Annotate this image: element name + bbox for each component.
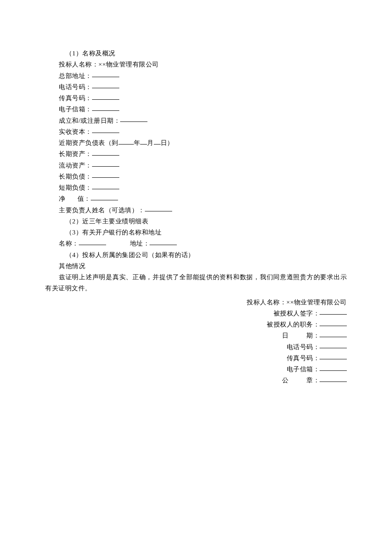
blank-input: [92, 126, 119, 133]
label-year: 年: [134, 137, 141, 148]
signature-block: 投标人名称：××物业管理有限公司 被授权人签字： 被授权人的职务： 日期： 电话…: [45, 297, 347, 386]
label: 成立和/或注册日期：: [59, 115, 120, 126]
sig-phone: 电话号码：: [45, 341, 347, 353]
blank-input: [320, 308, 347, 315]
label-a: 公: [282, 375, 289, 386]
bank-name-label: 名称：: [59, 238, 79, 249]
label: 被授权人签字：: [274, 308, 320, 319]
label: 传真号码：: [287, 353, 320, 364]
spacer: [288, 375, 306, 386]
blank-input: [320, 375, 347, 382]
field-long-term-liabilities: 长期负债：: [45, 171, 347, 182]
sig-authorized-title: 被授权人的职务：: [45, 319, 347, 330]
field-fax: 传真号码：: [45, 92, 347, 104]
label: 短期负债：: [59, 182, 92, 193]
field-phone: 电话号码：: [45, 81, 347, 92]
label: 传真号码：: [59, 92, 92, 104]
bank-addr-label: 地址：: [130, 238, 150, 249]
field-current-assets: 流动资产：: [45, 160, 347, 171]
field-short-term-liabilities: 短期负债：: [45, 182, 347, 193]
blank-input: [320, 330, 347, 337]
blank-input: [92, 70, 119, 78]
blank-day: [154, 137, 161, 145]
blank-input: [320, 353, 347, 360]
label: 电子信箱：: [287, 364, 320, 375]
spacer: [106, 238, 130, 249]
label: 总部地址：: [59, 70, 92, 81]
label: 主要负责人姓名（可选填）：: [59, 205, 145, 216]
field-bidder-name: 投标人名称：××物业管理有限公司: [45, 59, 347, 70]
blank-input: [92, 148, 119, 156]
label: 电话号码：: [287, 341, 320, 353]
text: 兹证明上述声明是真实、正确，并提供了全部能提供的资料和数据，我们同意遵照贵方的要…: [45, 274, 347, 292]
section-2-title: （2）近三年主要业绩明细表: [45, 216, 347, 227]
blank-input: [320, 364, 347, 371]
field-paid-capital: 实收资本：: [45, 126, 347, 137]
label-pre: 近期资产负债表（到: [59, 137, 118, 148]
label: 长期资产：: [59, 148, 92, 159]
blank-input: [92, 160, 119, 167]
sig-fax: 传真号码：: [45, 353, 347, 364]
field-balance-sheet: 近期资产负债表（到年月日）: [45, 137, 347, 148]
document-body: （1）名称及概况 投标人名称：××物业管理有限公司 总部地址： 电话号码： 传真…: [45, 48, 347, 386]
blank-input: [92, 104, 119, 111]
blank-input: [92, 171, 119, 178]
text: （4）投标人所属的集团公司（如果有的话）: [66, 249, 195, 260]
label-b: 章：: [306, 375, 320, 386]
blank-input: [120, 115, 147, 122]
spacer: [66, 193, 78, 204]
section-3-title: （3）有关开户银行的名称和地址: [45, 227, 347, 238]
sig-date: 日期：: [45, 330, 347, 341]
blank-input: [91, 193, 118, 200]
field-email: 电子信箱：: [45, 104, 347, 115]
text: （2）近三年主要业绩明细表: [66, 216, 148, 227]
sig-bidder-name: 投标人名称：××物业管理有限公司: [45, 297, 347, 308]
value: ××物业管理有限公司: [98, 59, 159, 70]
sig-authorized-sign: 被授权人签字：: [45, 308, 347, 319]
sig-seal: 公章：: [45, 375, 347, 386]
label-b: 期：: [306, 330, 320, 341]
other-info-label: 其他情况: [45, 260, 347, 272]
sig-email: 电子信箱：: [45, 364, 347, 375]
blank-month: [140, 137, 147, 145]
blank-input: [320, 319, 347, 326]
blank-input: [145, 205, 172, 212]
label: 长期负债：: [59, 171, 92, 182]
label-month: 月: [147, 137, 154, 148]
label-b: 值：: [78, 193, 91, 204]
field-net-value: 净值：: [45, 193, 347, 204]
label: 电子信箱：: [59, 104, 92, 115]
label: 流动资产：: [59, 160, 92, 171]
blank-input: [92, 92, 119, 100]
label: 投标人名称：: [247, 297, 286, 308]
section-4-title: （4）投标人所属的集团公司（如果有的话）: [45, 249, 347, 260]
field-registration-date: 成立和/或注册日期：: [45, 115, 347, 126]
certification-statement: 兹证明上述声明是真实、正确，并提供了全部能提供的资料和数据，我们同意遵照贵方的要…: [45, 272, 347, 294]
label: 实收资本：: [59, 126, 92, 137]
label-day: 日）: [161, 137, 174, 148]
field-hq-address: 总部地址：: [45, 70, 347, 81]
text: （1）名称及概况: [66, 48, 115, 59]
blank-input: [320, 341, 347, 349]
field-bank: 名称：地址：: [45, 238, 347, 249]
blank-bank-name: [79, 238, 106, 245]
blank-input: [92, 81, 119, 89]
field-long-term-assets: 长期资产：: [45, 148, 347, 159]
blank-input: [92, 182, 119, 189]
value: ××物业管理有限公司: [286, 297, 347, 308]
field-principal-name: 主要负责人姓名（可选填）：: [45, 205, 347, 216]
label-a: 净: [59, 193, 66, 204]
blank-year: [118, 137, 134, 145]
section-1-title: （1）名称及概况: [45, 48, 347, 59]
label: 电话号码：: [59, 81, 92, 92]
spacer: [288, 330, 306, 341]
text: （3）有关开户银行的名称和地址: [66, 227, 161, 238]
blank-bank-addr: [150, 238, 177, 245]
text: 其他情况: [59, 260, 85, 272]
label: 被授权人的职务：: [267, 319, 320, 330]
label: 投标人名称：: [59, 59, 98, 70]
label-a: 日: [282, 330, 289, 341]
